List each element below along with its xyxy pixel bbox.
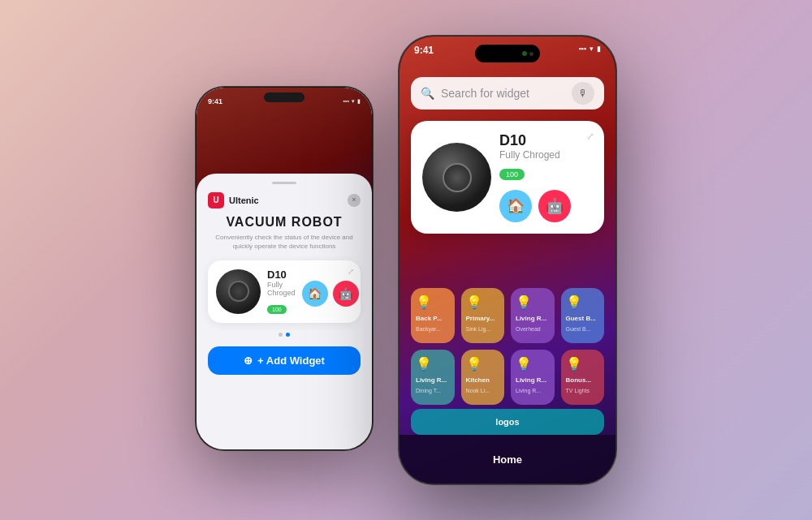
widget-sub: Backyar... — [416, 326, 441, 333]
expand-icon-small: ⤢ — [348, 267, 354, 276]
modal-handle — [272, 182, 296, 184]
action-buttons-small: 🏠 🤖 — [302, 281, 359, 307]
add-icon: ⊕ — [244, 355, 253, 367]
widget-item[interactable]: 💡 Kitchen Nook Li... — [461, 350, 505, 405]
widget-item[interactable]: 💡 Bonus... TV Lights — [561, 350, 605, 405]
battery-icon: ▮ — [357, 98, 361, 105]
right-screen: 9:41 ▪▪▪ ▾ ▮ 🔍 Search for widget 🎙 D10 F… — [400, 37, 615, 483]
widget-icon: 💡 — [566, 356, 582, 372]
widget-sub: Living R... — [516, 388, 541, 394]
phone-left: 9:41 ▪▪▪ ▾ ▮ U Ultenic — [195, 86, 374, 451]
right-battery-icon: ▮ — [597, 45, 601, 53]
add-widget-button[interactable]: ⊕ + Add Widget — [208, 346, 361, 375]
widget-name: Back P... — [416, 315, 442, 323]
signal-icon: ▪▪▪ — [343, 98, 349, 104]
app-icon-letter: U — [213, 196, 218, 204]
widget-item[interactable]: 💡 Guest B... Guest B... — [561, 288, 605, 343]
widget-name: Living R... — [416, 376, 447, 385]
widget-name: Bonus... — [566, 376, 592, 385]
right-status-time: 9:41 — [414, 45, 434, 56]
right-status-icons: ▪▪▪ ▾ ▮ — [578, 45, 601, 53]
left-screen: 9:41 ▪▪▪ ▾ ▮ U Ultenic — [197, 88, 372, 449]
widget-icon: 💡 — [566, 294, 582, 310]
widget-icon: 💡 — [466, 356, 482, 372]
device-info-small: D10 Fully Chroged 100 — [267, 269, 296, 315]
phones-container: 9:41 ▪▪▪ ▾ ▮ U Ultenic — [195, 35, 617, 485]
widget-title: VACUUM ROBOT — [208, 215, 361, 230]
home-button-small[interactable]: 🏠 — [302, 281, 328, 307]
dot-2 — [286, 333, 290, 337]
widget-card-main: D10 Fully Chroged 100 🏠 🤖 ⤢ — [411, 121, 604, 234]
camera-dot — [529, 52, 533, 56]
bottom-strip-label: logos — [495, 417, 519, 427]
clean-button-large[interactable]: 🤖 — [538, 190, 571, 222]
device-status-large: Fully Chroged — [499, 149, 593, 161]
device-info-large: D10 Fully Chroged 100 🏠 🤖 — [499, 132, 593, 222]
home-tab-label: Home — [493, 453, 522, 466]
clean-button-small[interactable]: 🤖 — [333, 281, 359, 307]
device-name-small: D10 — [267, 269, 296, 281]
right-signal-icon: ▪▪▪ — [578, 45, 586, 53]
widget-item[interactable]: 💡 Living R... Living R... — [511, 350, 555, 405]
widget-card-small: D10 Fully Chroged 100 ⤢ 🏠 🤖 — [208, 260, 361, 323]
battery-badge-small: 100 — [267, 305, 287, 314]
phone-right: 9:41 ▪▪▪ ▾ ▮ 🔍 Search for widget 🎙 D10 F… — [398, 35, 617, 485]
widget-icon: 💡 — [516, 356, 532, 372]
widget-icon: 💡 — [416, 294, 432, 310]
home-tab[interactable]: Home — [400, 435, 615, 483]
bottom-strip: logos — [411, 409, 604, 435]
action-buttons-large: 🏠 🤖 — [499, 190, 593, 222]
left-status-time: 9:41 — [208, 97, 222, 105]
device-status-small: Fully Chroged — [267, 281, 296, 297]
widget-name: Kitchen — [466, 376, 490, 385]
widget-item[interactable]: 💡 Living R... Dining T... — [411, 350, 455, 405]
widget-name: Guest B... — [566, 315, 596, 323]
dot-1 — [279, 333, 283, 337]
widget-sub: Guest B... — [566, 326, 591, 333]
robot-image-large — [422, 143, 491, 212]
widget-name: Primary... — [466, 315, 495, 323]
right-wifi-icon: ▾ — [590, 45, 594, 53]
widget-sub: Overhead — [516, 326, 541, 333]
modal-sheet: U Ultenic × VACUUM ROBOT Conveniently ch… — [197, 174, 372, 449]
widget-sub: Sink Lig... — [466, 326, 491, 333]
modal-header: U Ultenic × — [208, 192, 361, 208]
widget-icon: 💡 — [466, 294, 482, 310]
widget-icon: 💡 — [416, 356, 432, 372]
widget-grid: 💡 Back P... Backyar... 💡 Primary... Sink… — [411, 288, 604, 405]
widget-description: Conveniently check the status of the dev… — [208, 233, 361, 251]
battery-badge-large: 100 — [499, 169, 525, 180]
page-dots — [208, 333, 361, 337]
widget-item[interactable]: 💡 Back P... Backyar... — [411, 288, 455, 343]
app-icon: U — [208, 192, 224, 208]
add-widget-label: + Add Widget — [257, 355, 325, 367]
search-placeholder: Search for widget — [441, 87, 565, 100]
widget-sub: Nook Li... — [466, 388, 490, 394]
widget-name: Living R... — [516, 376, 546, 385]
widget-icon: 💡 — [516, 294, 532, 310]
widget-sub: Dining T... — [416, 388, 441, 394]
modal-app-name: Ultenic — [229, 196, 259, 205]
modal-close-button[interactable]: × — [348, 194, 361, 207]
widget-item[interactable]: 💡 Primary... Sink Lig... — [461, 288, 505, 343]
green-dot — [522, 51, 527, 56]
dynamic-island — [475, 45, 540, 62]
expand-icon-large: ⤢ — [586, 131, 594, 142]
robot-image-small — [216, 269, 261, 314]
search-icon: 🔍 — [421, 87, 434, 100]
close-icon: × — [352, 196, 356, 204]
mic-button[interactable]: 🎙 — [572, 82, 594, 105]
home-button-large[interactable]: 🏠 — [499, 190, 532, 222]
wifi-icon: ▾ — [352, 98, 355, 105]
widget-item[interactable]: 💡 Living R... Overhead — [511, 288, 555, 343]
device-name-large: D10 — [499, 132, 593, 149]
left-status-icons: ▪▪▪ ▾ ▮ — [343, 98, 361, 105]
left-notch — [264, 92, 304, 102]
search-bar[interactable]: 🔍 Search for widget 🎙 — [411, 77, 604, 110]
widget-sub: TV Lights — [566, 388, 590, 394]
widget-name: Living R... — [516, 315, 546, 323]
